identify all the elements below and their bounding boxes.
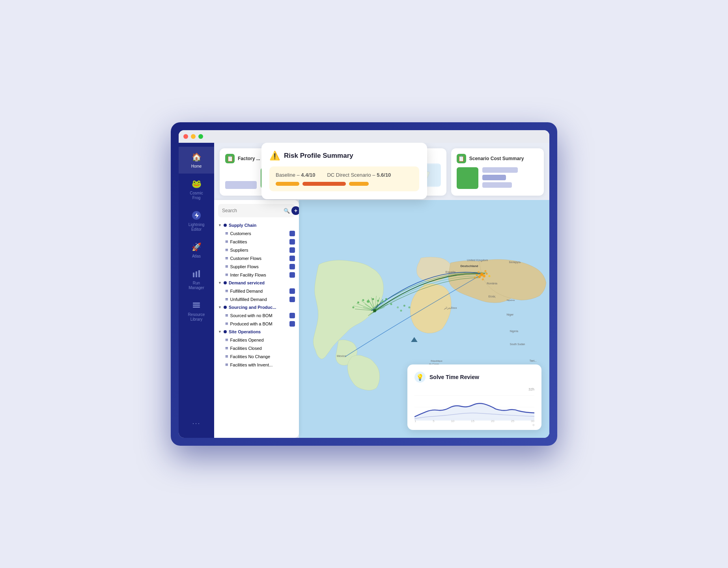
fulfilled-demand-label: Fulfilled Demand: [230, 289, 263, 293]
solve-time-card: 💡 Solve Time Review 32h: [407, 364, 541, 430]
chart-x-label-20: 20: [491, 419, 495, 423]
svg-point-60: [377, 300, 379, 302]
svg-text:United Kingdom: United Kingdom: [467, 258, 488, 262]
sidebar-item-cosmic-frog[interactable]: 🐸 CosmicFrog: [179, 174, 214, 205]
layers-icon: ≡: [225, 337, 228, 343]
suppliers-badge: [289, 247, 295, 253]
facilities-closed-label: Facilities Closed: [230, 346, 262, 351]
tree-item-unfulfilled-demand[interactable]: ≡ Unfulfilled Demand: [214, 295, 299, 303]
risk-bar-3: [349, 182, 369, 186]
sidebar-item-run-manager[interactable]: RunManager: [179, 263, 214, 295]
svg-point-50: [476, 274, 478, 276]
tree-item-produced-bom[interactable]: ≡ Produced with a BOM: [214, 320, 299, 328]
customers-badge: [289, 231, 295, 236]
tree-item-fulfilled-demand[interactable]: ≡ Fulfilled Demand: [214, 287, 299, 295]
lightbulb-icon: 💡: [416, 374, 424, 381]
chart-x-label-15: 15: [471, 419, 474, 423]
maximize-button[interactable]: [198, 134, 203, 139]
layers-icon: ≡: [225, 296, 228, 302]
tree-item-supplier-flows[interactable]: ≡ Supplier Flows: [214, 262, 299, 271]
tree-item-facilities-opened[interactable]: ≡ Facilities Opened: [214, 336, 299, 344]
svg-point-55: [484, 270, 486, 272]
tree-item-facilities-no-change[interactable]: ≡ Facilities No Change: [214, 352, 299, 361]
svg-rect-5: [193, 305, 200, 306]
factory-purple-bar: [225, 181, 257, 189]
sourcing-label: Sourcing and Produc...: [229, 305, 276, 310]
svg-point-64: [352, 306, 354, 308]
chevron-down-icon: ▼: [218, 330, 222, 334]
supply-chain-dot: [224, 224, 227, 227]
layers-icon: ≡: [225, 230, 228, 236]
world-map-area: United Kingdom Deutschland România Españ…: [299, 200, 549, 438]
tree-section-supply-chain[interactable]: ▼ Supply Chain: [214, 221, 299, 229]
sidebar-item-home[interactable]: 🏠 Home: [179, 147, 214, 174]
svg-rect-3: [198, 270, 200, 277]
facilities-opened-label: Facilities Opened: [230, 338, 264, 342]
customers-label: Customers: [230, 231, 251, 236]
atlas-icon: 🚀: [191, 241, 202, 252]
layers-icon: ≡: [225, 288, 228, 294]
supplier-flows-badge: [289, 264, 295, 269]
sidebar-item-atlas[interactable]: 🚀 Atlas: [179, 237, 214, 263]
risk-bars: [276, 182, 413, 186]
tree-item-sourced-no-bom[interactable]: ≡ Sourced with no BOM: [214, 311, 299, 320]
search-bar: 🔍 +: [218, 204, 295, 217]
left-panel: 🔍 + ▼ Supply Chain ≡ Customers: [214, 200, 299, 438]
sidebar: 🏠 Home 🐸 CosmicFrog LightningEditor: [179, 143, 214, 438]
more-options[interactable]: ···: [192, 413, 200, 434]
chart-x-label-25: 25: [511, 419, 514, 423]
svg-point-65: [390, 303, 392, 305]
chart-y-label-top: 32h: [528, 387, 534, 391]
tree-item-suppliers[interactable]: ≡ Suppliers: [214, 246, 299, 254]
tree-item-facilities-closed[interactable]: ≡ Facilities Closed: [214, 344, 299, 352]
scenario-label: DC Direct Scenario – 5.6/10: [327, 172, 391, 178]
svg-point-54: [478, 271, 480, 273]
tree-item-facilities[interactable]: ≡ Facilities: [214, 237, 299, 246]
sourced-no-bom-badge: [289, 313, 295, 318]
tree-item-customers[interactable]: ≡ Customers: [214, 229, 299, 237]
tree-section-sourcing[interactable]: ▼ Sourcing and Produc...: [214, 303, 299, 311]
warning-icon: ⚠️: [269, 151, 280, 161]
chart-y-label-bottom: 0: [533, 423, 534, 427]
risk-bar-2: [302, 182, 346, 186]
svg-point-62: [385, 298, 387, 300]
solve-time-chart: 32h: [414, 387, 534, 423]
cost-bar-1: [482, 167, 518, 173]
risk-title: Risk Profile Summary: [284, 152, 353, 160]
unfulfilled-demand-label: Unfulfilled Demand: [230, 297, 267, 302]
svg-point-58: [367, 300, 370, 303]
sidebar-item-resource-library[interactable]: ResourceLibrary: [179, 295, 214, 327]
svg-text:South Sudan: South Sudan: [510, 343, 525, 346]
tree-item-facilities-invent[interactable]: ≡ Facilities with Invent...: [214, 361, 299, 369]
svg-point-56: [357, 301, 359, 303]
tree-item-inter-facility-flows[interactable]: ≡ Inter Facility Flows: [214, 271, 299, 279]
sidebar-item-atlas-label: Atlas: [192, 254, 201, 259]
supply-chain-label: Supply Chain: [229, 223, 256, 228]
search-icons: 🔍 +: [284, 206, 299, 215]
tree-section-site-ops[interactable]: ▼ Site Operations: [214, 328, 299, 336]
tree-section-demand[interactable]: ▼ Demand serviced: [214, 279, 299, 287]
minimize-button[interactable]: [191, 134, 196, 139]
svg-text:Ελλάς: Ελλάς: [488, 295, 496, 298]
demand-label: Demand serviced: [229, 280, 265, 285]
add-button[interactable]: +: [291, 206, 299, 215]
svg-text:Niger: Niger: [506, 313, 513, 316]
svg-rect-2: [196, 271, 197, 277]
layers-icon: ≡: [225, 353, 228, 359]
svg-rect-1: [193, 273, 194, 277]
site-ops-label: Site Operations: [229, 329, 261, 334]
layers-icon: ≡: [225, 321, 228, 327]
sidebar-item-lightning-editor[interactable]: LightningEditor: [179, 205, 214, 237]
scenario-cost-card: 📋 Scenario Cost Summary: [451, 148, 544, 196]
search-input[interactable]: [222, 208, 281, 213]
risk-score-row: Baseline – 4.4/10 DC Direct Scenario – 5…: [276, 172, 413, 178]
svg-point-69: [408, 306, 410, 308]
svg-text:Mexico: Mexico: [337, 354, 346, 358]
svg-point-48: [478, 275, 481, 278]
chart-x-label-10: 10: [451, 419, 454, 423]
layers-icon: ≡: [225, 362, 228, 368]
layers-icon: ≡: [225, 255, 228, 261]
tree-item-customer-flows[interactable]: ≡ Customer Flows: [214, 254, 299, 262]
close-button[interactable]: [183, 134, 188, 139]
risk-bar-1: [276, 182, 299, 186]
